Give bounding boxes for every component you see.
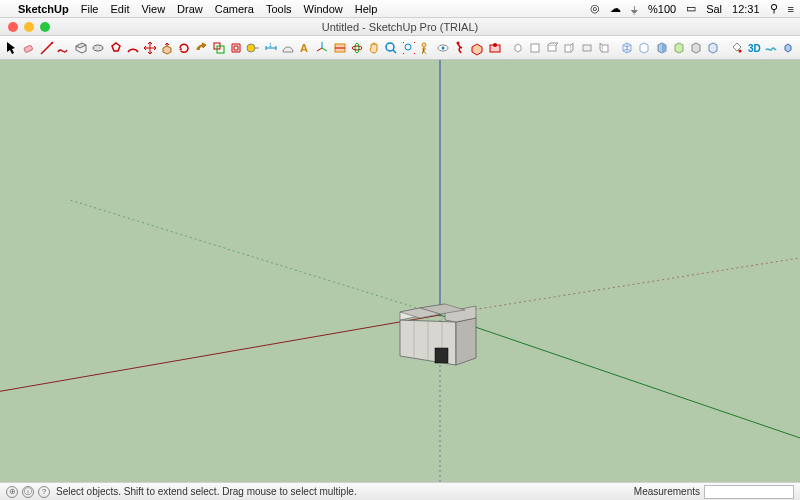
svg-line-29 [440,315,800,455]
style-shaded-textures[interactable] [671,38,687,58]
svg-text:1: 1 [269,42,272,48]
tape-tool[interactable] [245,38,261,58]
freehand-tool[interactable] [56,38,72,58]
sign-in-icon[interactable]: ? [38,486,50,498]
style-xray[interactable] [705,38,721,58]
offset-tool[interactable] [228,38,244,58]
line-tool[interactable] [38,38,54,58]
eraser-tool[interactable] [21,38,37,58]
cloud-icon[interactable]: ☁ [610,2,621,15]
menu-file[interactable]: File [81,3,99,15]
svg-text:3D: 3D [748,43,761,54]
status-hint: Select objects. Shift to extend select. … [56,486,357,497]
macos-menubar: SketchUp File Edit View Draw Camera Tool… [0,0,800,18]
app-menu[interactable]: SketchUp [18,3,69,15]
wifi-icon[interactable]: ⏚ [631,3,638,15]
main-toolbar: 1 A 3D [0,36,800,60]
svg-point-15 [457,41,460,44]
svg-point-17 [493,43,497,47]
protractor-tool[interactable] [280,38,296,58]
menu-draw[interactable]: Draw [177,3,203,15]
view-back[interactable] [579,38,595,58]
arc-tool[interactable] [125,38,141,58]
svg-point-10 [386,43,394,51]
menu-help[interactable]: Help [355,3,378,15]
rotate-tool[interactable] [176,38,192,58]
components-tool[interactable] [780,38,796,58]
walk-tool[interactable] [452,38,468,58]
rectangle-tool[interactable] [73,38,89,58]
view-iso[interactable] [510,38,526,58]
menu-extra-icon[interactable]: ≡ [788,3,794,15]
menu-window[interactable]: Window [304,3,343,15]
scale-tool[interactable] [211,38,227,58]
battery-icon: ▭ [686,2,696,15]
sandbox-tool[interactable] [763,38,779,58]
svg-rect-34 [435,348,448,363]
geo-location-icon[interactable]: ⊕ [6,486,18,498]
clock-time[interactable]: 12:31 [732,3,760,15]
menu-view[interactable]: View [141,3,165,15]
look-around-tool[interactable] [435,38,451,58]
svg-point-14 [441,46,444,49]
view-front[interactable] [544,38,560,58]
svg-point-1 [93,45,103,51]
measurements-input[interactable] [704,485,794,499]
pan-tool[interactable] [366,38,382,58]
style-hiddenline[interactable] [636,38,652,58]
svg-rect-20 [565,45,571,52]
svg-point-8 [352,46,362,50]
toggle-icon[interactable]: ◎ [590,2,600,15]
svg-point-23 [739,49,742,52]
status-bar: ⊕ ⓘ ? Select objects. Shift to extend se… [0,482,800,500]
menu-edit[interactable]: Edit [110,3,129,15]
clock-day[interactable]: Sal [706,3,722,15]
zoom-tool[interactable] [383,38,399,58]
menu-tools[interactable]: Tools [266,3,292,15]
move-tool[interactable] [142,38,158,58]
measurements-label: Measurements [634,486,700,497]
style-monochrome[interactable] [688,38,704,58]
style-shaded[interactable] [653,38,669,58]
battery-indicator[interactable]: %100 [648,3,676,15]
pushpull-tool[interactable] [159,38,175,58]
view-right[interactable] [561,38,577,58]
text-tool[interactable]: A [297,38,313,58]
svg-text:A: A [300,42,308,54]
svg-line-27 [0,315,440,400]
3d-text-tool[interactable]: 3D [745,38,761,58]
zoom-extents-tool[interactable] [400,38,416,58]
orbit-tool[interactable] [349,38,365,58]
section-tool[interactable] [331,38,347,58]
extension-warehouse-tool[interactable] [487,38,503,58]
window-titlebar: Untitled - SketchUp Pro (TRIAL) [0,18,800,36]
svg-rect-0 [24,44,33,52]
window-title: Untitled - SketchUp Pro (TRIAL) [0,21,800,33]
svg-rect-18 [531,44,539,52]
svg-rect-21 [583,45,591,51]
paint-bucket-tool[interactable] [728,38,744,58]
circle-tool[interactable] [90,38,106,58]
axes-tool[interactable] [314,38,330,58]
3d-viewport[interactable] [0,60,800,482]
followme-tool[interactable] [194,38,210,58]
svg-point-12 [422,43,426,47]
style-wireframe[interactable] [619,38,635,58]
svg-rect-19 [548,45,556,51]
svg-line-30 [70,200,440,315]
dimension-tool[interactable]: 1 [263,38,279,58]
svg-rect-22 [602,45,608,52]
credits-icon[interactable]: ⓘ [22,486,34,498]
3d-warehouse-tool[interactable] [469,38,485,58]
svg-line-28 [440,250,800,315]
svg-point-11 [405,44,411,50]
view-left[interactable] [596,38,612,58]
menu-camera[interactable]: Camera [215,3,254,15]
position-camera-tool[interactable] [418,38,434,58]
view-top[interactable] [527,38,543,58]
svg-point-9 [355,43,359,53]
polygon-tool[interactable] [107,38,123,58]
building-component [400,304,476,365]
select-tool[interactable] [4,38,20,58]
search-icon[interactable]: ⚲ [770,2,778,15]
